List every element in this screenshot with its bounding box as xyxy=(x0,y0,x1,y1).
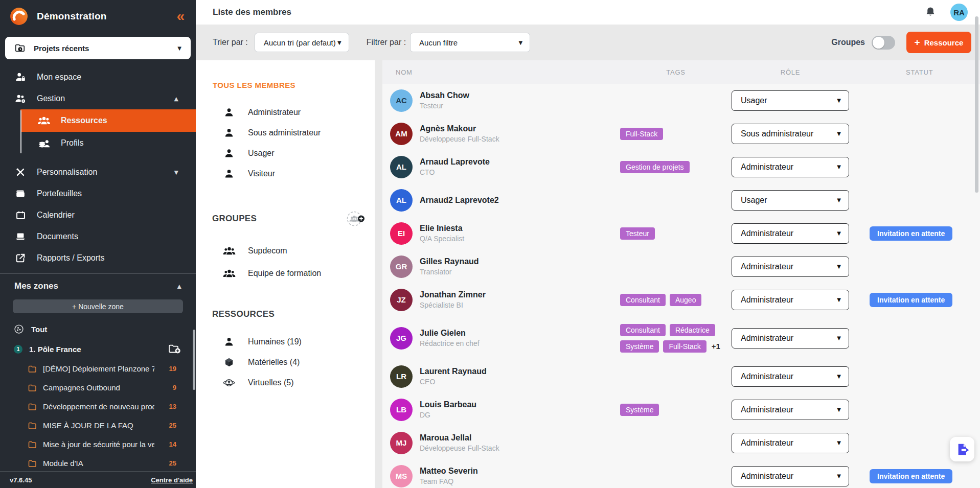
chevron-down-icon: ▼ xyxy=(837,197,841,203)
role-value: Administrateur xyxy=(741,229,793,238)
role-select[interactable]: Usager▼ xyxy=(732,190,849,211)
calendar-icon xyxy=(14,210,27,221)
role-select[interactable]: Administrateur▼ xyxy=(732,157,849,177)
groups-toggle-label: Groupes xyxy=(831,38,865,47)
member-tags-cell: Full-Stack xyxy=(620,128,732,140)
role-value: Administrateur xyxy=(741,405,793,414)
chevron-up-icon[interactable]: ▲ xyxy=(177,283,181,290)
help-center-link[interactable]: Centre d'aide xyxy=(151,476,193,484)
project-label: Module d'IA xyxy=(43,459,83,468)
add-group-icon[interactable] xyxy=(346,211,366,227)
member-tags-cell: Gestion de projets xyxy=(620,161,732,173)
main-area: Liste des membres RA Trier par : Aucun t… xyxy=(196,0,980,488)
people-icon xyxy=(37,115,51,126)
role-value: Sous administrateur xyxy=(741,129,813,138)
person-icon xyxy=(222,107,236,118)
role-select[interactable]: Administrateur▼ xyxy=(732,433,849,453)
tag-badge: Consultant xyxy=(620,324,666,336)
member-subtitle: CTO xyxy=(420,168,490,176)
laptop-icon xyxy=(14,231,27,242)
user-avatar[interactable]: RA xyxy=(950,4,968,21)
project-item[interactable]: MISE À JOUR DE LA FAQ25 xyxy=(0,416,196,435)
sidebar-item-gestion[interactable]: Gestion ▲ xyxy=(0,88,196,109)
project-item[interactable]: Développement de nouveau produit13 xyxy=(0,397,196,416)
role-select[interactable]: Administrateur▼ xyxy=(732,366,849,387)
tag-badge: Full-Stack xyxy=(620,128,663,140)
sidebar-item-label: Calendrier xyxy=(37,211,75,220)
sidebar-item-ressources[interactable]: Ressources xyxy=(20,109,196,132)
role-select[interactable]: Sous administrateur▼ xyxy=(732,124,849,144)
filter-select[interactable]: Aucun filtre ▼ xyxy=(410,33,530,52)
sidebar-item-calendrier[interactable]: Calendrier xyxy=(0,204,196,226)
avatar: MS xyxy=(390,465,413,487)
member-filter-item[interactable]: Virtuelles (5) xyxy=(196,373,375,393)
member-filter-item[interactable]: Sous administrateur xyxy=(196,123,375,143)
role-select[interactable]: Usager▼ xyxy=(732,90,849,111)
chevron-up-icon[interactable]: ▲ xyxy=(174,96,178,102)
member-name: Absah Chow xyxy=(420,91,469,100)
chevron-down-icon[interactable]: ▼ xyxy=(174,169,178,176)
all-members-title[interactable]: TOUS LES MEMBRES xyxy=(213,81,375,89)
resources-section-title: RESSOURCES xyxy=(212,309,275,319)
main-scrollbar[interactable] xyxy=(975,16,978,193)
project-task-count: 25 xyxy=(169,459,176,467)
sidebar-collapse-icon[interactable]: « xyxy=(176,9,185,24)
project-item[interactable]: [DÉMO] Déploiement Planzone 719 xyxy=(0,359,196,378)
sidebar-item-profils[interactable]: Profils xyxy=(20,132,196,154)
sidebar-item-pole-france[interactable]: 1 1. Pôle France xyxy=(0,339,196,359)
project-task-count: 9 xyxy=(173,384,176,391)
member-filter-item[interactable]: Equipe de formation xyxy=(196,262,375,285)
sidebar-item-tout[interactable]: Tout xyxy=(0,319,196,339)
member-filter-item[interactable]: Matérielles (4) xyxy=(196,352,375,373)
sidebar-item-rapports-exports[interactable]: Rapports / Exports xyxy=(0,247,196,269)
sidebar-item-documents[interactable]: Documents xyxy=(0,226,196,247)
people-icon xyxy=(222,268,236,278)
member-name-cell: MJMaroua JellalDéveloppeuse Full-Stack xyxy=(390,432,620,454)
sidebar: Démonstration « Projets récents ▼ Mo xyxy=(0,0,196,488)
member-name-cell: JGJulie GielenRédactrice en chef xyxy=(390,327,620,350)
tag-badge: Système xyxy=(620,340,659,353)
sidebar-item-personnalisation[interactable]: Personnalisation ▼ xyxy=(0,161,196,183)
chevron-down-icon: ▼ xyxy=(518,40,522,45)
recent-projects-selector[interactable]: Projets récents ▼ xyxy=(5,37,191,59)
avatar: AL xyxy=(390,156,413,178)
groups-toggle[interactable] xyxy=(872,36,895,50)
chevron-down-icon: ▼ xyxy=(837,407,841,412)
member-subtitle: Développeuse Full-Stack xyxy=(420,135,499,143)
notifications-bell-icon[interactable] xyxy=(925,6,936,18)
member-filter-item[interactable]: Usager xyxy=(196,143,375,164)
add-project-folder-icon[interactable] xyxy=(168,343,181,355)
role-select[interactable]: Administrateur▼ xyxy=(732,400,849,420)
sidebar-item-label: Documents xyxy=(37,232,78,241)
filter-item-label: Humaines (19) xyxy=(248,337,302,346)
chevron-down-icon: ▼ xyxy=(837,473,841,479)
sort-label: Trier par : xyxy=(213,38,248,47)
people-icon xyxy=(222,246,236,256)
role-select[interactable]: Administrateur▼ xyxy=(732,328,849,348)
member-filter-item[interactable]: Humaines (19) xyxy=(196,332,375,352)
project-task-count: 19 xyxy=(169,365,176,373)
person-icon xyxy=(222,148,236,158)
chevron-down-icon: ▼ xyxy=(177,45,181,51)
filter-toolbar: Trier par : Aucun tri (par defaut) ▼ Fil… xyxy=(196,25,980,60)
member-filter-item[interactable]: Visiteur xyxy=(196,164,375,184)
member-filter-item[interactable]: Supdecom xyxy=(196,240,375,262)
export-button[interactable] xyxy=(950,437,974,461)
member-name-cell: LRLaurent RaynaudCEO xyxy=(390,365,620,388)
role-select[interactable]: Administrateur▼ xyxy=(732,223,849,244)
sidebar-item-mon-espace[interactable]: Mon espace xyxy=(0,66,196,88)
project-item[interactable]: Mise à jour de sécurité pour la version … xyxy=(0,435,196,454)
user-lock-icon xyxy=(14,72,27,83)
add-resource-button[interactable]: + Ressource xyxy=(906,32,971,53)
export-icon xyxy=(14,252,27,264)
sort-select[interactable]: Aucun tri (par defaut) ▼ xyxy=(255,33,349,52)
role-select[interactable]: Administrateur▼ xyxy=(732,466,849,486)
role-select[interactable]: Administrateur▼ xyxy=(732,257,849,277)
sidebar-scrollbar[interactable] xyxy=(193,330,195,390)
member-filter-item[interactable]: Administrateur xyxy=(196,102,375,123)
sidebar-item-portefeuilles[interactable]: Portefeuilles xyxy=(0,183,196,204)
project-item[interactable]: Campagnes Outbound9 xyxy=(0,378,196,397)
new-zone-button[interactable]: + Nouvelle zone xyxy=(13,299,183,313)
project-item[interactable]: Module d'IA25 xyxy=(0,454,196,473)
role-select[interactable]: Administrateur▼ xyxy=(732,290,849,310)
